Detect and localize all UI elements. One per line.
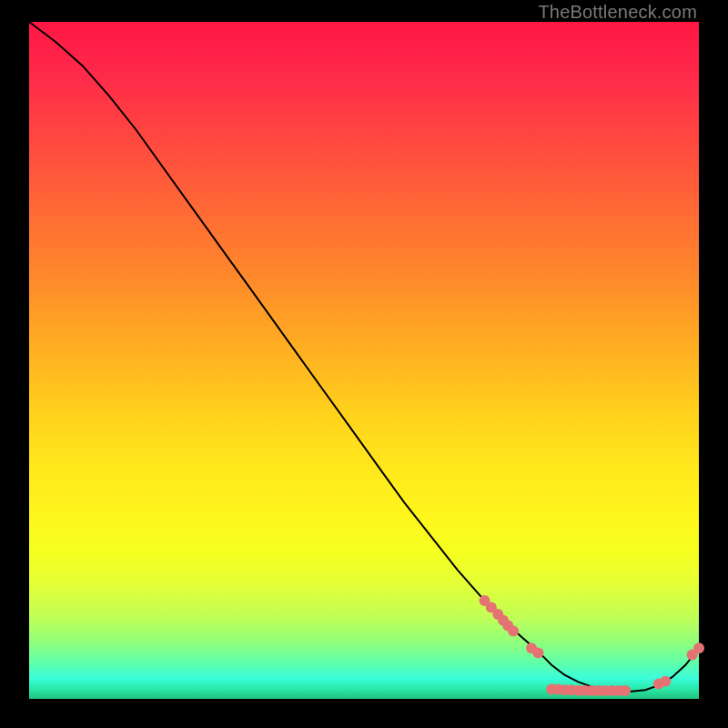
chart-svg [29,22,699,699]
scatter-point [660,676,671,687]
plot-area [29,22,699,699]
scatter-point [693,642,704,653]
scatter-point [508,626,519,637]
scatter-points [480,595,705,696]
chart-frame: TheBottleneck.com [0,0,728,728]
scatter-point [620,685,631,696]
scatter-point [532,647,543,658]
watermark-text: TheBottleneck.com [538,2,697,23]
bottleneck-curve [29,22,699,692]
